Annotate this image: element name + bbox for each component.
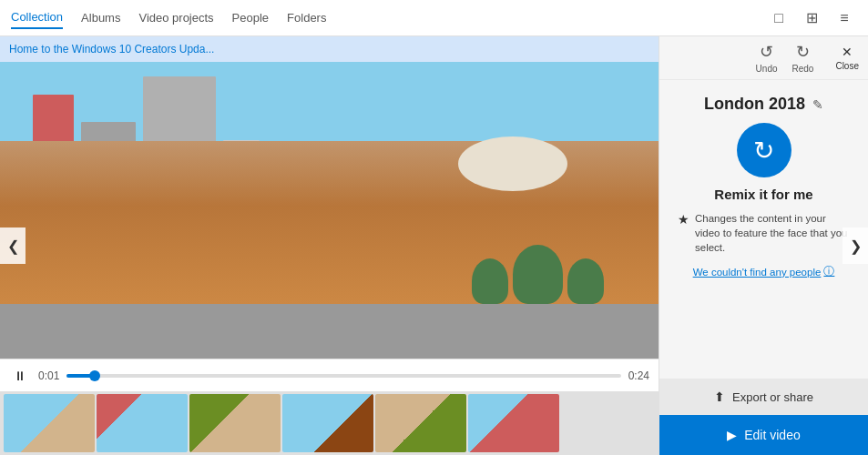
current-time: 0:01 (38, 369, 59, 382)
thumb-2[interactable] (97, 394, 188, 452)
nav-albums[interactable]: Albums (81, 7, 120, 28)
square-view-icon[interactable]: □ (766, 5, 791, 31)
edit-video-label: Edit video (744, 428, 800, 442)
undo-icon: ↺ (760, 42, 773, 62)
export-share-button[interactable]: ⬆ Export or share (659, 379, 868, 415)
panel-body: London 2018 ✎ ↻ Remix it for me ★ Change… (659, 80, 868, 279)
prev-arrow[interactable]: ❮ (0, 228, 26, 264)
remix-icon: ↻ (753, 136, 774, 166)
right-panel: ↺ Undo ↻ Redo ✕ Close London 2018 ✎ ↻ Re… (659, 36, 868, 455)
nav-right-icons: □ ⊞ ≡ (766, 5, 857, 31)
close-button[interactable]: ✕ Close (835, 45, 859, 71)
scene-greenery (472, 245, 604, 304)
play-pause-button[interactable]: ⏸ (9, 365, 31, 387)
video-frame (0, 62, 659, 359)
export-icon: ⬆ (714, 389, 725, 404)
edit-title-icon[interactable]: ✎ (812, 97, 823, 112)
breadcrumb-text: Home to the Windows 10 Creators Upda... (9, 43, 214, 56)
album-title: London 2018 (704, 95, 805, 114)
bush-3 (567, 258, 604, 304)
remix-label: Remix it for me (714, 187, 812, 202)
scene-umbrella (458, 136, 567, 191)
grid-view-icon[interactable]: ⊞ (799, 5, 824, 31)
info-row: ★ Changes the content in your video to f… (674, 211, 853, 255)
panel-topbar: ↺ Undo ↻ Redo ✕ Close (659, 36, 868, 80)
nav-people[interactable]: People (232, 7, 269, 28)
video-player (0, 62, 659, 359)
album-title-row: London 2018 ✎ (704, 95, 823, 114)
nav-video-projects[interactable]: Video projects (138, 7, 213, 28)
export-label: Export or share (732, 390, 813, 404)
info-text: Changes the content in your video to fea… (695, 211, 850, 255)
thumb-1[interactable] (4, 394, 95, 452)
video-controls: ⏸ 0:01 0:24 (0, 359, 659, 391)
bush-1 (472, 258, 508, 304)
breadcrumb: Home to the Windows 10 Creators Upda... (0, 36, 659, 62)
list-view-icon[interactable]: ≡ (832, 5, 857, 31)
thumb-6[interactable] (468, 394, 559, 452)
thumb-5[interactable] (375, 394, 466, 452)
nav-folders[interactable]: Folders (287, 7, 326, 28)
top-nav: Collection Albums Video projects People … (0, 0, 868, 36)
undo-label: Undo (756, 64, 778, 74)
remix-button[interactable]: ↻ (737, 123, 791, 177)
thumbnail-strip (0, 391, 659, 455)
redo-icon: ↻ (796, 42, 810, 62)
total-time: 0:24 (628, 369, 649, 382)
nav-collection[interactable]: Collection (11, 6, 63, 29)
undo-action[interactable]: ↺ Undo (756, 42, 778, 74)
edit-video-icon: ▶ (727, 428, 737, 442)
thumb-4[interactable] (282, 394, 373, 452)
people-link[interactable]: We couldn't find any people ⓘ (693, 264, 835, 279)
edit-video-button[interactable]: ▶ Edit video (659, 415, 868, 455)
info-circle-icon: ⓘ (823, 264, 834, 279)
bush-2 (513, 245, 563, 304)
scene-ground-strip (0, 304, 659, 359)
close-icon: ✕ (842, 45, 853, 59)
next-arrow[interactable]: ❯ (842, 228, 868, 264)
main-area: ❮ Home to the Windows 10 Creators Upda..… (0, 36, 868, 455)
close-label: Close (835, 61, 859, 71)
thumb-3[interactable] (189, 394, 281, 452)
star-icon: ★ (678, 212, 689, 227)
redo-label: Redo (792, 64, 814, 74)
progress-thumb[interactable] (89, 370, 100, 381)
redo-action[interactable]: ↻ Redo (792, 42, 814, 74)
center-area: Home to the Windows 10 Creators Upda... (0, 36, 659, 455)
people-link-text: We couldn't find any people (693, 267, 822, 278)
progress-bar[interactable] (66, 374, 620, 378)
